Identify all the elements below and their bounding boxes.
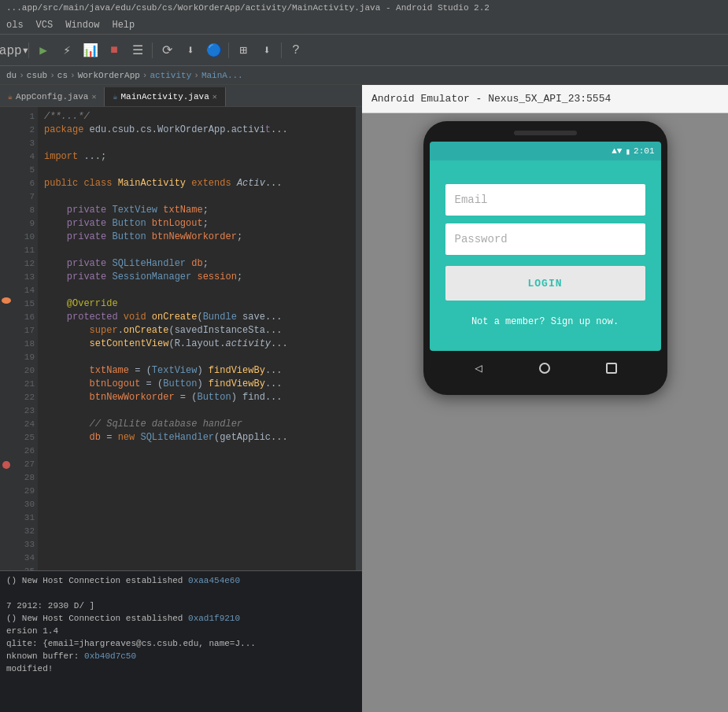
battery-icon: ▮ bbox=[625, 146, 630, 157]
toolbar-btn-5[interactable]: ☰ bbox=[127, 39, 149, 61]
code-content[interactable]: /**...*/ package edu.csub.cs.WorkOrderAp… bbox=[38, 107, 356, 570]
menu-tools[interactable]: ols bbox=[0, 18, 30, 32]
tab-appconfig[interactable]: ☕ AppConfig.java ✕ bbox=[0, 87, 105, 106]
phone-frame: ▲▼ ▮ 2:01 Email Password bbox=[423, 121, 667, 395]
emulator-title-bar: Android Emulator - Nexus_5X_API_23:5554 bbox=[362, 85, 728, 113]
close-appconfig-button[interactable]: ✕ bbox=[91, 92, 96, 101]
java-icon-mainactivity: ☕ bbox=[113, 92, 117, 101]
signal-icon: ▲▼ bbox=[612, 146, 622, 156]
email-input-field[interactable]: Email bbox=[445, 184, 645, 216]
phone-app-content: Email Password LOGIN Not a member? bbox=[430, 160, 661, 351]
email-placeholder: Email bbox=[455, 194, 488, 206]
tab-mainactivity[interactable]: ☕ MainActivity.java ✕ bbox=[105, 87, 225, 106]
emulator-panel: Android Emulator - Nexus_5X_API_23:5554 … bbox=[362, 85, 728, 712]
log-line-6: qlite: {email=jhargreaves@cs.csub.edu, n… bbox=[6, 637, 356, 650]
password-placeholder: Password bbox=[455, 233, 508, 245]
run-button[interactable]: ▶ bbox=[32, 39, 54, 61]
toolbar-btn-9[interactable]: ⊞ bbox=[232, 39, 254, 61]
log-line-7: nknown buffer: 0xb40d7c50 bbox=[6, 650, 356, 662]
tab-appconfig-label: AppConfig.java bbox=[16, 92, 88, 101]
editor-scrollbar[interactable] bbox=[356, 107, 362, 570]
toolbar-btn-10[interactable]: ⬇ bbox=[256, 39, 278, 61]
main-area: ☕ AppConfig.java ✕ ☕ MainActivity.java ✕… bbox=[0, 85, 728, 712]
breadcrumb-csub[interactable]: csub bbox=[27, 71, 47, 80]
help-button[interactable]: ? bbox=[285, 39, 307, 61]
log-line-5: ersion 1.4 bbox=[6, 625, 356, 637]
home-icon bbox=[539, 363, 550, 374]
toolbar-btn-2[interactable]: ⚡ bbox=[56, 39, 78, 61]
toolbar: app▾ ▶ ⚡ 📊 ■ ☰ ⟳ ⬇ 🔵 ⊞ ⬇ ? bbox=[0, 35, 728, 66]
emulator-title-text: Android Emulator - Nexus_5X_API_23:5554 bbox=[371, 93, 611, 105]
java-icon-appconfig: ☕ bbox=[8, 92, 13, 101]
back-icon: ◁ bbox=[475, 360, 482, 376]
toolbar-btn-6[interactable]: ⟳ bbox=[156, 39, 178, 61]
phone-status-bar: ▲▼ ▮ 2:01 bbox=[430, 142, 661, 160]
recents-icon bbox=[606, 363, 617, 374]
menu-help[interactable]: Help bbox=[105, 18, 141, 32]
toolbar-app-selector[interactable]: app▾ bbox=[3, 39, 25, 61]
home-nav-button[interactable] bbox=[530, 354, 559, 382]
stop-button[interactable]: ■ bbox=[103, 39, 125, 61]
phone-container: ▲▼ ▮ 2:01 Email Password bbox=[362, 113, 728, 712]
breadcrumb-activity[interactable]: activity bbox=[150, 71, 191, 80]
toolbar-btn-7[interactable]: ⬇ bbox=[179, 39, 201, 61]
phone-speaker bbox=[514, 131, 577, 135]
log-line-8: modified! bbox=[6, 662, 356, 675]
password-input-field[interactable]: Password bbox=[445, 223, 645, 255]
breadcrumb-cs[interactable]: cs bbox=[57, 71, 68, 80]
log-line-4: () New Host Connection established 0xad1… bbox=[6, 612, 356, 625]
divider-3 bbox=[228, 42, 229, 58]
breakpoint-icon bbox=[2, 461, 10, 469]
editor-panel: ☕ AppConfig.java ✕ ☕ MainActivity.java ✕… bbox=[0, 85, 362, 712]
file-tabs: ☕ AppConfig.java ✕ ☕ MainActivity.java ✕ bbox=[0, 85, 362, 107]
login-button[interactable]: LOGIN bbox=[445, 266, 645, 301]
time-display: 2:01 bbox=[634, 146, 654, 156]
recents-nav-button[interactable] bbox=[597, 354, 626, 382]
breadcrumb-mainactivity[interactable]: MainA... bbox=[201, 71, 243, 80]
log-panel: () New Host Connection established 0xaa4… bbox=[0, 570, 362, 712]
back-nav-button[interactable]: ◁ bbox=[464, 354, 493, 382]
log-line-2 bbox=[6, 587, 356, 599]
watch-icon bbox=[2, 297, 11, 304]
divider-2 bbox=[152, 42, 153, 58]
menu-vcs[interactable]: VCS bbox=[30, 18, 60, 32]
toolbar-btn-8[interactable]: 🔵 bbox=[203, 39, 225, 61]
divider-1 bbox=[28, 42, 29, 58]
tab-mainactivity-label: MainActivity.java bbox=[121, 92, 209, 101]
close-mainactivity-button[interactable]: ✕ bbox=[212, 92, 217, 101]
phone-nav-bar: ◁ bbox=[430, 351, 661, 386]
divider-4 bbox=[281, 42, 282, 58]
phone-screen: ▲▼ ▮ 2:01 Email Password bbox=[430, 142, 661, 351]
breadcrumb-workorderapp[interactable]: WorkOrderApp bbox=[78, 71, 140, 80]
title-bar: ...app/src/main/java/edu/csub/cs/WorkOrd… bbox=[0, 0, 728, 16]
menu-bar: ols VCS Window Help bbox=[0, 16, 728, 35]
menu-window[interactable]: Window bbox=[59, 18, 105, 32]
editor-margin bbox=[0, 107, 13, 570]
toolbar-btn-3[interactable]: 📊 bbox=[79, 39, 102, 61]
line-numbers: 1 2 3 4 5 6 7 8 9 10 11 12 13 14 15 16 1… bbox=[13, 107, 38, 570]
breadcrumb-du[interactable]: du bbox=[6, 71, 17, 80]
breadcrumb: du › csub › cs › WorkOrderApp › activity… bbox=[0, 66, 728, 85]
signup-text[interactable]: Not a member? Sign up now. bbox=[471, 316, 619, 327]
log-line-3: 7 2912: 2930 D/ ] bbox=[6, 599, 356, 612]
log-line-1: () New Host Connection established 0xaa4… bbox=[6, 574, 356, 587]
title-text: ...app/src/main/java/edu/csub/cs/WorkOrd… bbox=[6, 3, 490, 13]
code-editor: 1 2 3 4 5 6 7 8 9 10 11 12 13 14 15 16 1… bbox=[0, 107, 362, 570]
login-button-label: LOGIN bbox=[527, 278, 562, 290]
emulator-window: Android Emulator - Nexus_5X_API_23:5554 … bbox=[362, 85, 728, 712]
